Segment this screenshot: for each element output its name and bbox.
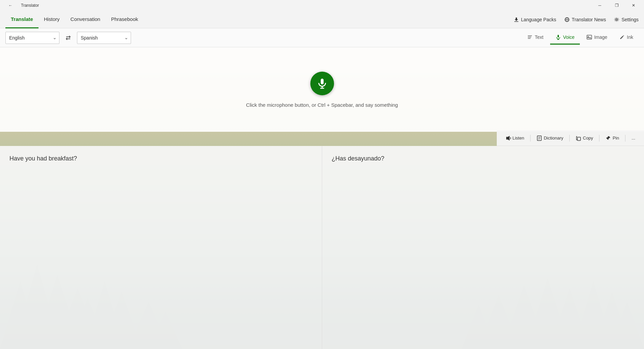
- minimize-button[interactable]: ─: [592, 0, 608, 11]
- toolbar-separator-4: [625, 135, 625, 142]
- gear-icon: [614, 17, 619, 22]
- source-lang-wrapper: English Spanish French German: [5, 32, 59, 44]
- swap-languages-button[interactable]: [62, 32, 74, 44]
- pin-button[interactable]: Pin: [602, 132, 622, 144]
- app-title: Translator: [21, 3, 39, 8]
- target-lang-select[interactable]: Spanish English French German: [77, 32, 131, 44]
- back-button[interactable]: ←: [3, 0, 18, 11]
- nav-right-items: Language Packs Translator News Settings: [514, 17, 639, 22]
- mode-voice[interactable]: Voice: [550, 31, 580, 45]
- svg-rect-7: [558, 35, 559, 38]
- copy-button[interactable]: Copy: [572, 132, 596, 144]
- mode-tabs: Text Voice Image Ink: [522, 31, 639, 45]
- svg-rect-29: [320, 78, 324, 84]
- pin-icon: [606, 135, 611, 141]
- nav-bar: Translate History Conversation Phraseboo…: [0, 11, 644, 28]
- close-button[interactable]: ✕: [626, 0, 641, 11]
- tab-translate[interactable]: Translate: [5, 11, 38, 28]
- toolbar-separator-3: [599, 135, 599, 142]
- svg-rect-6: [528, 38, 531, 39]
- source-panel: Have you had breakfast?: [0, 146, 322, 349]
- copy-icon: [576, 135, 581, 141]
- source-lang-select[interactable]: English Spanish French German: [5, 32, 59, 44]
- microphone-icon: [316, 78, 328, 89]
- toolbar-separator-2: [569, 135, 570, 142]
- listen-button[interactable]: Listen: [502, 132, 528, 144]
- language-packs-button[interactable]: Language Packs: [514, 17, 556, 22]
- mode-ink[interactable]: Ink: [614, 31, 639, 45]
- record-area: Click the microphone button, or Ctrl + S…: [0, 47, 644, 132]
- nav-tabs: Translate History Conversation Phraseboo…: [5, 11, 144, 28]
- tab-history[interactable]: History: [38, 11, 65, 28]
- more-button[interactable]: ...: [628, 132, 639, 144]
- ink-mode-icon: [619, 34, 625, 40]
- svg-rect-0: [514, 21, 518, 22]
- target-lang-wrapper: Spanish English French German: [77, 32, 131, 44]
- mode-text[interactable]: Text: [522, 31, 549, 45]
- restore-button[interactable]: ❐: [609, 0, 624, 11]
- voice-mode-icon: [556, 34, 561, 40]
- translation-panel: ¿Has desayunado?: [322, 146, 644, 349]
- microphone-button[interactable]: [310, 72, 334, 95]
- action-toolbar: Listen Dictionary Copy Pin: [497, 130, 644, 146]
- tab-conversation[interactable]: Conversation: [65, 11, 106, 28]
- settings-button[interactable]: Settings: [614, 17, 639, 22]
- tab-phrasebook[interactable]: Phrasebook: [106, 11, 144, 28]
- lang-bar: English Spanish French German Spanish En…: [0, 28, 644, 47]
- dictionary-icon: [537, 135, 542, 141]
- svg-rect-4: [528, 35, 532, 36]
- image-mode-icon: [587, 34, 592, 40]
- swap-icon: [65, 34, 72, 41]
- scene-container: Click the microphone button, or Ctrl + S…: [0, 47, 644, 349]
- language-selectors: English Spanish French German Spanish En…: [5, 32, 131, 44]
- listen-icon: [506, 135, 511, 141]
- download-icon: [514, 17, 519, 22]
- toolbar-separator-1: [530, 135, 531, 142]
- translated-text: ¿Has desayunado?: [332, 155, 384, 162]
- panels-container: Have you had breakfast? ¿Has desayunado?: [0, 146, 644, 349]
- svg-rect-5: [528, 37, 531, 38]
- translator-news-button[interactable]: Translator News: [564, 17, 606, 22]
- globe-icon: [564, 17, 570, 22]
- title-bar: ← Translator ─ ❐ ✕: [0, 0, 644, 11]
- dictionary-button[interactable]: Dictionary: [533, 132, 567, 144]
- svg-rect-10: [587, 35, 592, 39]
- svg-marker-32: [506, 136, 510, 141]
- mode-image[interactable]: Image: [581, 31, 613, 45]
- text-mode-icon: [527, 34, 533, 40]
- source-text: Have you had breakfast?: [9, 155, 77, 162]
- voice-hint: Click the microphone button, or Ctrl + S…: [246, 102, 398, 108]
- svg-rect-37: [577, 137, 581, 141]
